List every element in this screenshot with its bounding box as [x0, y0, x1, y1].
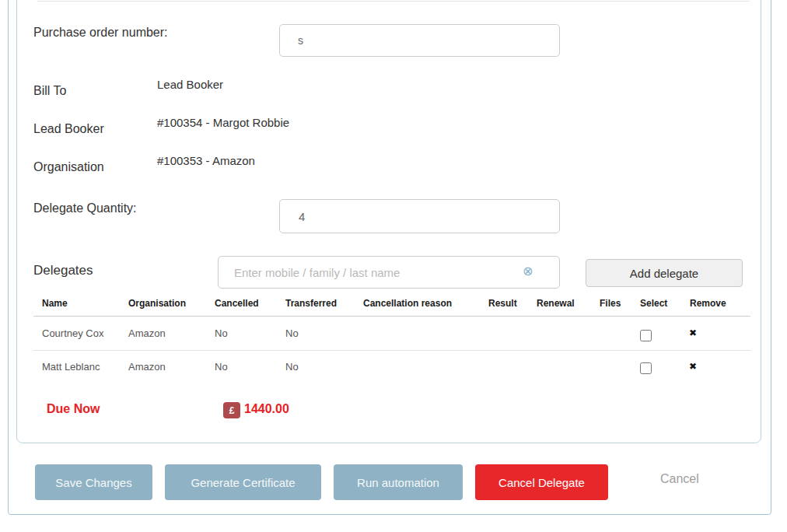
- top-divider: [37, 1, 750, 2]
- currency-badge: £: [223, 402, 240, 418]
- delegate-quantity-label: Delegate Quantity:: [33, 201, 137, 215]
- cell-cancelled: No: [215, 327, 228, 339]
- cell-organisation: Amazon: [128, 327, 166, 339]
- remove-icon[interactable]: ✖: [689, 361, 697, 372]
- run-automation-button[interactable]: Run automation: [334, 464, 463, 500]
- col-header-name: Name: [42, 298, 68, 309]
- col-header-renewal: Renewal: [537, 298, 575, 309]
- select-checkbox[interactable]: [640, 362, 652, 374]
- col-header-cancelled: Cancelled: [215, 298, 259, 309]
- organisation-label: Organisation: [33, 160, 104, 174]
- col-header-remove: Remove: [690, 298, 726, 309]
- col-header-transferred: Transferred: [285, 298, 337, 309]
- cancel-button[interactable]: Cancel: [656, 471, 704, 487]
- cell-organisation: Amazon: [128, 361, 166, 373]
- remove-icon[interactable]: ✖: [689, 327, 697, 338]
- cancel-delegate-button[interactable]: Cancel Delegate: [475, 464, 608, 500]
- col-header-organisation: Organisation: [128, 298, 186, 309]
- clear-search-icon[interactable]: ⊗: [523, 265, 533, 278]
- col-header-result: Result: [488, 298, 517, 309]
- purchase-order-input[interactable]: [279, 24, 560, 57]
- table-header-divider: [33, 316, 750, 317]
- col-header-files: Files: [600, 298, 621, 309]
- row-divider: [33, 350, 750, 351]
- purchase-order-label: Purchase order number:: [33, 26, 168, 40]
- due-amount: 1440.00: [244, 402, 289, 416]
- generate-certificate-button[interactable]: Generate Certificate: [165, 464, 321, 500]
- bill-to-label: Bill To: [33, 84, 66, 98]
- add-delegate-button[interactable]: Add delegate: [586, 259, 743, 287]
- save-changes-button[interactable]: Save Changes: [35, 464, 152, 500]
- col-header-select: Select: [640, 298, 667, 309]
- delegate-search-input[interactable]: [218, 256, 560, 289]
- delegates-heading: Delegates: [33, 263, 93, 278]
- lead-booker-label: Lead Booker: [33, 122, 104, 136]
- cell-cancelled: No: [215, 361, 228, 373]
- cell-transferred: No: [285, 361, 299, 373]
- delegate-quantity-input[interactable]: [279, 199, 560, 233]
- booking-edit-screen: Purchase order number: Bill To Lead Book…: [0, 0, 787, 532]
- bill-to-value: Lead Booker: [157, 78, 223, 91]
- cell-transferred: No: [285, 327, 299, 339]
- cell-name: Courtney Cox: [42, 327, 103, 339]
- col-header-cancellation-reason: Cancellation reason: [363, 298, 452, 309]
- cell-name: Matt Leblanc: [42, 361, 100, 373]
- due-now-label: Due Now: [47, 402, 100, 416]
- lead-booker-value: #100354 - Margot Robbie: [157, 116, 289, 129]
- select-checkbox[interactable]: [640, 330, 652, 341]
- organisation-value: #100353 - Amazon: [157, 154, 255, 167]
